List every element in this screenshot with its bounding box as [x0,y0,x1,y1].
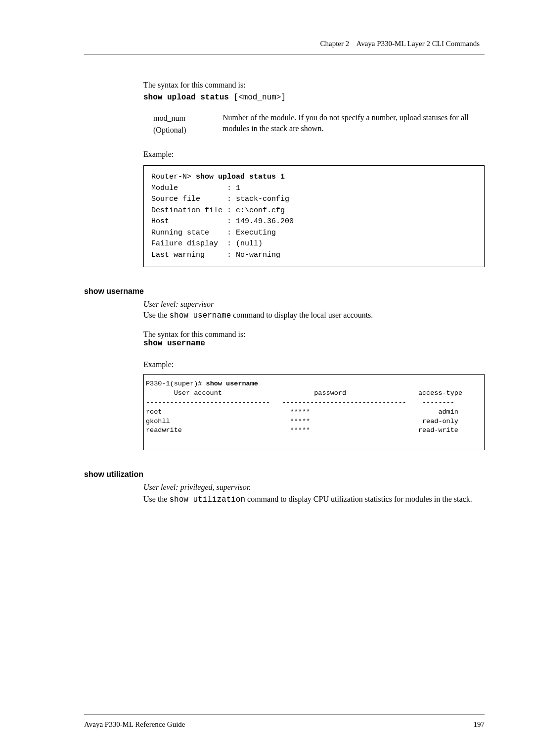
cb2-l1b: show username [206,380,258,387]
cb2-l7 [146,436,150,443]
desc-utilization: Use the show utilization command to disp… [143,494,485,505]
cmd-rest: [<mod_num>] [229,93,286,102]
cb1-l1b: show upload status 1 [196,173,285,181]
page-footer: Avaya P330-ML Reference Guide 197 [84,714,485,729]
cb1-l6: Running state : Executing [151,229,276,237]
param-name-1: mod_num [153,112,222,124]
cb1-l8: Last warning : No-warning [151,251,280,259]
cmd-username: show username [143,339,485,348]
cb2-l3: ------------------------------- --------… [146,399,454,406]
syntax-intro: The syntax for this command is: [143,79,485,91]
param-desc: Number of the module. If you do not spec… [222,112,485,136]
desc-pre-u: Use the [143,311,169,319]
desc-post-u: command to display the local user accoun… [231,311,373,319]
example-label-2: Example: [143,360,485,369]
example-label-1: Example: [143,148,485,160]
heading-show-username: show username [84,287,485,296]
cb1-l1a: Router-N> [151,173,196,181]
syntax-intro-2: The syntax for this command is: [143,330,485,339]
footer-left: Avaya P330-ML Reference Guide [84,720,185,729]
cb2-l1a: P330-1(super)# [146,380,206,387]
code-box-upload: Router-N> show upload status 1 Module : … [143,165,485,267]
param-name: mod_num (Optional) [143,112,222,136]
code-box-username: P330-1(super)# show username User accoun… [143,374,485,450]
param-row: mod_num (Optional) Number of the module.… [143,112,485,136]
upload-command-syntax: show upload status [<mod_num>] [143,91,485,103]
cb2-l5: gkohll ***** read-only [146,418,458,425]
userlevel-username: User level: supervisor [143,300,485,309]
cb2-l6: readwrite ***** read-write [146,426,458,434]
desc-cmd-z: show utilization [169,495,245,504]
chapter-title: Avaya P330-ML Layer 2 CLI Commands [356,40,480,47]
userlevel-utilization: User level: privileged, supervisor. [143,483,485,492]
cb2-l4: root ***** admin [146,408,458,416]
footer-page-number: 197 [474,720,485,729]
heading-show-utilization: show utilization [84,470,485,479]
header-divider [84,54,485,54]
desc-pre-z: Use the [143,495,169,503]
cb1-l3: Source file : stack-config [151,195,289,203]
cb1-l4: Destination file : c:\conf.cfg [151,206,285,215]
chapter-number: Chapter 2 [320,40,350,47]
desc-post-z: command to display CPU utilization stati… [245,495,472,503]
param-name-2: (Optional) [153,124,222,136]
desc-cmd-u: show username [169,311,231,320]
cb1-l7: Failure display : (null) [151,239,263,248]
cb1-l5: Host : 149.49.36.200 [151,217,294,226]
cmd-bold: show upload status [143,93,229,102]
cb2-l2: User account password access-type [146,389,462,397]
desc-username: Use the show username command to display… [143,311,485,320]
cb1-l2: Module : 1 [151,184,240,192]
chapter-header: Chapter 2 Avaya P330-ML Layer 2 CLI Comm… [84,40,485,48]
